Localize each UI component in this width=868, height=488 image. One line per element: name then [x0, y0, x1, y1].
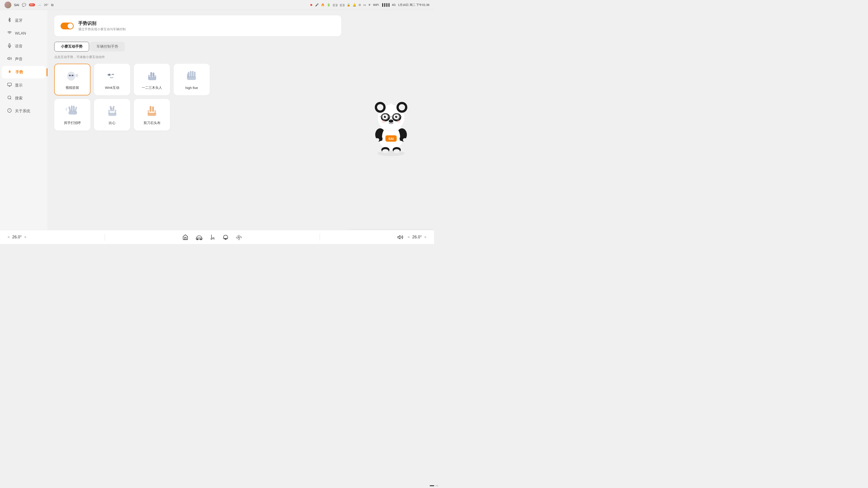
svg-point-64	[382, 149, 389, 153]
gesture-card-gaze[interactable]: 视线驻留	[54, 64, 90, 95]
wave-icon	[64, 105, 80, 118]
active-indicator	[46, 68, 48, 76]
toggle-title: 手势识别	[78, 20, 126, 26]
svg-rect-47	[152, 106, 154, 112]
message-icon: 💬	[22, 3, 26, 7]
sidebar-label-gesture: 手势	[16, 70, 23, 75]
car-nav-icon[interactable]	[195, 234, 203, 240]
svg-point-96	[238, 237, 240, 238]
sidebar-item-system[interactable]: 关于系统	[2, 105, 46, 117]
svg-marker-3	[8, 57, 9, 60]
gesture-card-wave[interactable]: 挥手打招呼	[54, 99, 90, 131]
tabs-row: 小赛互动手势 车辆控制手势	[54, 42, 341, 52]
flame-icon: 🔥	[321, 3, 324, 6]
search-sidebar-icon	[7, 95, 12, 101]
display-sidebar-icon	[7, 83, 12, 88]
status-bar: SAI 💬 99+ ☁️ 26° ⧉ ⏺ 🎤 🔥 🔋 ((·)) ((·)) 🔒…	[0, 0, 434, 10]
location-icon: ⊙	[359, 3, 361, 6]
home-nav-icon[interactable]	[182, 234, 188, 240]
svg-point-65	[394, 149, 400, 153]
gesture-card-wink[interactable]: Wink互动	[94, 64, 130, 95]
svg-rect-40	[68, 111, 77, 115]
fan-nav-icon[interactable]	[236, 234, 242, 240]
content-area: 手势识别 通过手势实现小赛互动与车辆控制 小赛互动手势 车辆控制手势 点击互动手…	[48, 10, 348, 230]
wave-label: 挥手打招呼	[64, 121, 81, 125]
svg-rect-50	[148, 113, 156, 116]
sidebar-item-gesture[interactable]: 手势	[2, 66, 46, 78]
gesture-card-heart[interactable]: 比心	[94, 99, 130, 131]
volume-nav-icon[interactable]	[397, 234, 403, 240]
sidebar-label-voice: 语音	[15, 43, 23, 49]
username: SAI	[14, 3, 19, 7]
svg-point-12	[67, 72, 75, 80]
gesture-hint: 点击互动手势，可体验小赛互动动作	[54, 55, 341, 59]
svg-point-86	[381, 120, 385, 123]
svg-point-94	[225, 238, 226, 239]
network-type: 4G	[392, 3, 396, 6]
sidebar-item-voice[interactable]: 语音	[2, 40, 46, 52]
svg-point-82	[385, 116, 386, 117]
sidebar-item-sound[interactable]: 声音	[2, 53, 46, 65]
temp-right-decrease[interactable]: ＜	[407, 235, 410, 239]
svg-rect-37	[71, 105, 72, 111]
bluetooth-icon: ✳	[368, 3, 371, 6]
svg-rect-26	[153, 72, 154, 77]
system-sidebar-icon	[7, 108, 12, 114]
svg-rect-39	[74, 106, 77, 111]
sidebar-label-sound: 声音	[15, 57, 23, 62]
bottom-right-group: ＜ 26.0° ＞	[397, 234, 427, 240]
record-icon: ⏺	[310, 3, 313, 6]
heart-icon	[104, 105, 120, 118]
gesture-grid-row2: 挥手打招呼 比心	[54, 99, 341, 131]
shield-icon: 🔔	[352, 3, 356, 6]
toggle-knob	[68, 23, 73, 29]
steering-nav-icon[interactable]	[223, 234, 228, 240]
mic-sidebar-icon	[7, 43, 12, 49]
svg-point-7	[8, 96, 11, 99]
main-layout: 蓝牙 WLAN 语音	[0, 10, 434, 230]
svg-rect-45	[108, 113, 116, 116]
svg-line-19	[76, 76, 78, 77]
tab-interaction[interactable]: 小赛互动手势	[54, 42, 89, 52]
signal-wave1-icon: ((·))	[333, 3, 338, 6]
svg-rect-25	[150, 72, 152, 77]
gesture-toggle-switch[interactable]	[61, 23, 74, 29]
svg-rect-38	[73, 106, 74, 111]
sidebar-item-display[interactable]: 显示	[2, 79, 46, 91]
svg-line-8	[10, 98, 11, 99]
weather-icon: ☁️	[38, 3, 41, 6]
sidebar-item-search[interactable]: 搜索	[2, 92, 46, 104]
svg-point-69	[377, 104, 383, 110]
weather-temp: 26°	[44, 3, 49, 6]
bottom-nav-icons	[182, 234, 242, 240]
temp-right-increase[interactable]: ＞	[424, 235, 427, 239]
tab-vehicle[interactable]: 车辆控制手势	[90, 42, 125, 52]
status-left: SAI 💬 99+ ☁️ 26° ⧉	[4, 2, 54, 8]
svg-text:SAI: SAI	[388, 137, 394, 140]
temp-left-decrease[interactable]: ＜	[7, 235, 10, 239]
svg-rect-46	[150, 106, 151, 112]
highfive-label: high five	[185, 86, 198, 90]
sidebar-item-bluetooth[interactable]: 蓝牙	[2, 14, 46, 26]
mascot-area: SAI	[348, 10, 434, 230]
svg-rect-32	[192, 71, 193, 77]
scissors-label: 剪刀石头布	[144, 121, 160, 125]
svg-rect-31	[190, 71, 191, 77]
gesture-toggle-card: 手势识别 通过手势实现小赛互动与车辆控制	[54, 15, 341, 36]
svg-point-70	[399, 104, 405, 110]
sidebar-item-gesture-wrapper: 手势	[2, 66, 46, 78]
sidebar-item-wlan[interactable]: WLAN	[2, 27, 46, 39]
gaze-label: 视线驻留	[66, 86, 79, 90]
seat-nav-icon[interactable]	[210, 234, 215, 240]
svg-rect-4	[8, 83, 11, 86]
svg-rect-42	[112, 106, 115, 111]
svg-point-83	[396, 116, 397, 117]
scissors-icon	[144, 105, 160, 118]
gesture-card-highfive[interactable]: high five	[174, 64, 210, 95]
gesture-card-scissors[interactable]: 剪刀石头布	[134, 99, 170, 131]
sidebar-label-search: 搜索	[15, 96, 23, 101]
lock-icon: 🔒	[347, 3, 350, 6]
temp-left-increase[interactable]: ＞	[24, 235, 27, 239]
gesture-card-countdown[interactable]: 一二三木头人	[134, 64, 170, 95]
status-right: ⏺ 🎤 🔥 🔋 ((·)) ((·)) 🔒 🔔 ⊙ ▭ ✳ WiFi ▐▐▐▐ …	[310, 3, 430, 7]
